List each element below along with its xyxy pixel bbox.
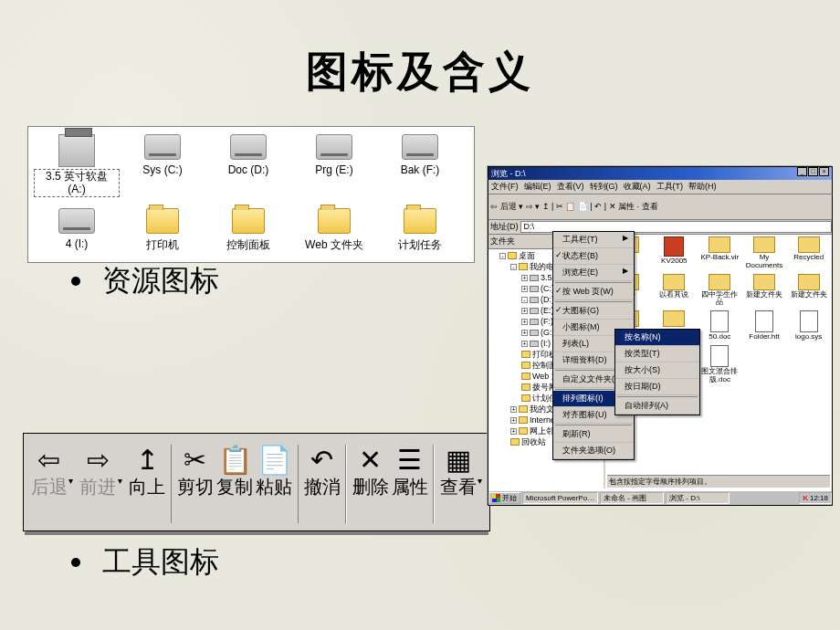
tool-撤消[interactable]: ↶撤消 — [302, 439, 341, 529]
tool-复制[interactable]: 📋复制 — [215, 439, 255, 529]
system-tray[interactable]: K 12:18 — [799, 492, 832, 504]
file-item[interactable]: Folder.htt — [743, 310, 786, 341]
tool-前进[interactable]: ⇨前进 — [79, 439, 118, 529]
menubar-item[interactable]: 查看(V) — [557, 181, 584, 193]
file-item[interactable]: KP-Back.vir — [698, 236, 741, 270]
drive-item[interactable]: 打印机 — [120, 205, 205, 253]
dropdown-arrow-icon[interactable]: ▾ — [478, 439, 488, 529]
tool-查看[interactable]: ▦查看 — [438, 439, 478, 529]
start-label: 开始 — [502, 493, 517, 503]
close-icon[interactable]: × — [819, 167, 829, 176]
explorer-titlebar[interactable]: 浏览 - D:\ _ □ × — [488, 167, 832, 180]
file-item[interactable]: 50.doc — [698, 310, 741, 341]
folder-icon — [521, 362, 530, 369]
menu-item[interactable]: 刷新(R) — [553, 426, 634, 443]
menu-item[interactable]: 状态栏(B) — [553, 248, 634, 265]
menu-item[interactable]: 大图标(G) — [553, 303, 634, 320]
menu-item[interactable]: 按 Web 页(W) — [553, 284, 634, 300]
sort-menu[interactable]: 按名称(N)按类型(T)按大小(S)按日期(D)自动排列(A) — [614, 329, 700, 415]
explorer-window: 浏览 - D:\ _ □ × 文件(F)编辑(E)查看(V)转到(G)收藏(A)… — [488, 166, 833, 506]
folder-icon — [521, 373, 530, 380]
minimize-icon[interactable]: _ — [797, 167, 807, 176]
menu-item[interactable]: 按大小(S) — [615, 362, 699, 379]
tool-粘贴[interactable]: 📄粘贴 — [255, 439, 294, 529]
menubar-item[interactable]: 帮助(H) — [688, 181, 717, 193]
drive-item[interactable]: Bak (F:) — [377, 131, 463, 197]
file-label: KP-Back.vir — [698, 254, 741, 262]
dropdown-arrow-icon[interactable]: ▾ — [118, 439, 128, 529]
file-item[interactable]: logo.sys — [787, 310, 830, 341]
drive-label: Prg (E:) — [291, 163, 377, 176]
tool-label: 复制 — [215, 478, 255, 496]
tool-glyph-icon: ↥ — [128, 441, 167, 478]
taskbar[interactable]: 开始 Microsoft PowerPo…未命名 - 画图浏览 - D:\ K … — [488, 490, 832, 505]
folder-icon — [521, 383, 530, 391]
drive-icon — [530, 308, 539, 314]
tool-删除[interactable]: ✕删除 — [351, 439, 390, 529]
tool-label: 剪切 — [175, 478, 215, 496]
drive-icon — [316, 134, 352, 160]
folder-icon — [663, 274, 685, 290]
tool-后退[interactable]: ⇦后退 — [29, 439, 68, 529]
drive-label: 打印机 — [120, 237, 205, 253]
menu-item[interactable]: 浏览栏(E) — [553, 265, 634, 281]
windows-logo-icon — [492, 494, 500, 502]
menu-item[interactable]: 自动排列(A) — [615, 398, 699, 415]
tool-glyph-icon: ✕ — [351, 441, 390, 478]
drive-item[interactable]: Prg (E:) — [291, 131, 377, 197]
tool-属性[interactable]: ☰属性 — [390, 439, 429, 529]
menubar-item[interactable]: 收藏(A) — [624, 181, 651, 193]
drive-icon — [530, 297, 539, 303]
slide-title: 图标及含义 — [0, 0, 840, 100]
explorer-addressbar[interactable]: 地址(D) D:\ — [488, 220, 832, 235]
start-button[interactable]: 开始 — [488, 492, 520, 504]
menu-item[interactable]: 按名称(N) — [615, 330, 699, 346]
drive-icon — [530, 319, 539, 325]
tool-glyph-icon: ⇨ — [79, 441, 118, 478]
file-item[interactable]: 新建文件夹 — [787, 274, 830, 308]
drive-item[interactable]: 计划任务 — [377, 205, 463, 253]
file-item[interactable]: 新建文件夹 — [743, 274, 786, 308]
drive-item[interactable]: Sys (C:) — [120, 131, 205, 197]
toolbar-separator — [298, 445, 299, 523]
menubar-item[interactable]: 转到(G) — [590, 181, 618, 193]
taskbar-task[interactable]: Microsoft PowerPo… — [522, 492, 598, 504]
menu-item[interactable]: 按日期(D) — [615, 379, 699, 395]
file-label: My Documents — [743, 254, 786, 270]
file-item[interactable]: Recycled — [787, 236, 830, 270]
file-item[interactable]: 图文混合排版.doc — [698, 345, 741, 384]
tool-剪切[interactable]: ✂剪切 — [175, 439, 215, 529]
menu-item[interactable]: 按类型(T) — [615, 346, 699, 362]
file-item[interactable]: 以看其说 — [652, 274, 697, 308]
dropdown-arrow-icon[interactable]: ▾ — [68, 439, 79, 529]
drive-icon — [530, 341, 539, 347]
drive-label: Bak (F:) — [377, 163, 463, 176]
taskbar-task[interactable]: 未命名 - 画图 — [600, 492, 664, 504]
tool-向上[interactable]: ↥向上 — [128, 439, 167, 529]
drive-item[interactable]: 控制面板 — [205, 205, 291, 253]
menu-item[interactable]: 工具栏(T) — [553, 232, 634, 248]
explorer-toolbar[interactable]: ⇦ 后退 ▾ ⇨ ▾ ↥ | ✂ 📋 📄 | ↶ | ✕ 属性 · 查看 工具栏… — [488, 194, 832, 220]
file-item[interactable]: My Documents — [743, 236, 786, 270]
folder-icon — [709, 274, 730, 290]
taskbar-task[interactable]: 浏览 - D:\ — [666, 492, 730, 504]
maximize-icon[interactable]: □ — [808, 167, 818, 176]
doc-icon — [710, 345, 729, 367]
tool-glyph-icon: ⇦ — [29, 441, 68, 478]
file-item[interactable]: KV2005 — [652, 236, 697, 270]
menubar-item[interactable]: 工具(T) — [656, 181, 684, 193]
drive-label: Doc (D:) — [205, 163, 291, 176]
menubar-item[interactable]: 文件(F) — [491, 181, 519, 193]
doc-icon — [755, 310, 773, 332]
menubar-item[interactable]: 编辑(E) — [524, 181, 551, 193]
drive-item[interactable]: 3.5 英寸软盘 (A:) — [34, 131, 120, 197]
drive-icon — [530, 286, 539, 292]
drive-item[interactable]: Doc (D:) — [205, 131, 291, 197]
tool-label: 后退 — [29, 478, 68, 496]
explorer-title-text: 浏览 - D:\ — [491, 167, 526, 180]
file-item[interactable]: 四中学生作品 — [698, 274, 741, 308]
drive-item[interactable]: 4 (I:) — [34, 205, 120, 253]
explorer-menubar[interactable]: 文件(F)编辑(E)查看(V)转到(G)收藏(A)工具(T)帮助(H) — [488, 180, 832, 194]
drive-item[interactable]: Web 文件夹 — [291, 205, 377, 253]
menu-item[interactable]: 文件夹选项(O) — [553, 443, 634, 459]
